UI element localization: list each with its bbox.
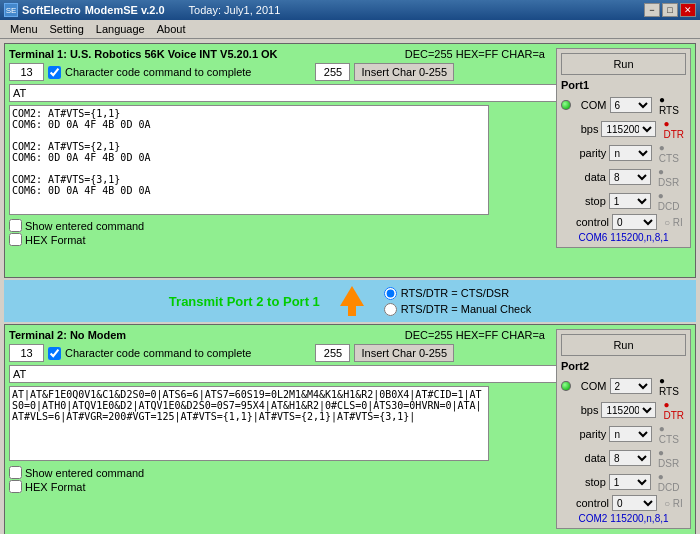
port1-com-label: COM	[574, 99, 607, 111]
terminal2-hex-checkbox[interactable]	[9, 480, 22, 493]
port1-data-select[interactable]: 87	[609, 169, 651, 185]
port2-title: Port2	[561, 360, 686, 372]
port1-ri-label: ○ RI	[664, 217, 683, 228]
maximize-button[interactable]: □	[662, 3, 678, 17]
terminal1-show-cmd-label: Show entered command	[25, 220, 144, 232]
port1-bps-label: bps	[572, 123, 599, 135]
port1-dcd-label: ● DCD	[658, 190, 686, 212]
port1-status: COM6 115200,n,8,1	[561, 232, 686, 243]
terminal1-char-label: Character code command to complete	[65, 66, 251, 78]
terminal2-char-label: Character code command to complete	[65, 347, 251, 359]
port2-dsr-label: ● DSR	[658, 447, 686, 469]
terminal2-output[interactable]	[9, 386, 489, 461]
port2-dtr-label: ● DTR	[663, 399, 686, 421]
close-button[interactable]: ✕	[680, 3, 696, 17]
port2-stop-select[interactable]: 12	[609, 474, 651, 490]
arrow-up-icon	[340, 286, 364, 316]
port2-parity-label: parity	[573, 428, 606, 440]
product-name: ModemSE v.2.0	[85, 4, 165, 16]
port2-control-select[interactable]: 01	[612, 495, 657, 511]
menu-item-about[interactable]: About	[151, 22, 192, 36]
terminal1-show-cmd-checkbox[interactable]	[9, 219, 22, 232]
port1-dsr-label: ● DSR	[658, 166, 686, 188]
terminal2-num-input[interactable]	[9, 344, 44, 362]
port2-data-label: data	[573, 452, 606, 464]
terminal1-char-val[interactable]	[315, 63, 350, 81]
terminal1-dec-hex: DEC=255 HEX=FF CHAR=a	[405, 48, 545, 60]
port1-com-select[interactable]: 6123	[610, 97, 653, 113]
port2-panel: Run Port2 COM 2136 ● RTS bps 1152009600	[556, 329, 691, 529]
terminal2-char-checkbox[interactable]	[48, 347, 61, 360]
menu-item-menu[interactable]: Menu	[4, 22, 44, 36]
date-display: Today: July1, 2011	[189, 4, 281, 16]
terminal2-dec-hex: DEC=255 HEX=FF CHAR=a	[405, 329, 545, 341]
port1-control-label: control	[574, 216, 609, 228]
port1-parity-label: parity	[573, 147, 606, 159]
terminal1-hex-label: HEX Format	[25, 234, 86, 246]
port1-panel: Run Port1 COM 6123 ● RTS bps 11520096001…	[556, 48, 691, 248]
radio-cts-dsr[interactable]	[384, 287, 397, 300]
terminal2-char-val[interactable]	[315, 344, 350, 362]
terminal1-panel: Terminal 1: U.S. Robotics 56K Voice INT …	[4, 43, 696, 278]
port1-com-led	[561, 100, 571, 110]
port2-bps-select[interactable]: 1152009600	[601, 402, 656, 418]
port1-parity-select[interactable]: neo	[609, 145, 651, 161]
port2-ri-label: ○ RI	[664, 498, 683, 509]
port1-data-label: data	[573, 171, 606, 183]
port2-bps-label: bps	[572, 404, 599, 416]
terminal1-hex-checkbox[interactable]	[9, 233, 22, 246]
terminal2-insert-button[interactable]: Insert Char 0-255	[354, 344, 454, 362]
radio-cts-dsr-label: RTS/DTR = CTS/DSR	[401, 287, 509, 299]
port2-status: COM2 115200,n,8,1	[561, 513, 686, 524]
terminal1-output[interactable]	[9, 105, 489, 215]
port1-stop-label: stop	[573, 195, 606, 207]
port2-cts-label: ● CTS	[659, 423, 686, 445]
port2-rts-label: ● RTS	[659, 375, 686, 397]
menu-item-setting[interactable]: Setting	[44, 22, 90, 36]
transmit-label: Transmit Port 2 to Port 1	[169, 294, 320, 309]
terminal1-num-input[interactable]	[9, 63, 44, 81]
app-name: SoftElectro	[22, 4, 81, 16]
port2-com-led	[561, 381, 571, 391]
title-bar: SE SoftElectro ModemSE v.2.0 Today: July…	[0, 0, 700, 20]
port2-com-select[interactable]: 2136	[610, 378, 653, 394]
terminal1-run-button[interactable]: Run	[561, 53, 686, 75]
port1-cts-label: ● CTS	[659, 142, 686, 164]
terminal2-panel: Terminal 2: No Modem DEC=255 HEX=FF CHAR…	[4, 324, 696, 534]
terminal2-show-cmd-label: Show entered command	[25, 467, 144, 479]
menu-bar: Menu Setting Language About	[0, 20, 700, 39]
port2-control-label: control	[574, 497, 609, 509]
port1-control-select[interactable]: 01	[612, 214, 657, 230]
port2-stop-label: stop	[573, 476, 606, 488]
middle-section: Transmit Port 2 to Port 1 RTS/DTR = CTS/…	[4, 280, 696, 322]
terminal1-char-checkbox[interactable]	[48, 66, 61, 79]
port1-bps-select[interactable]: 115200960019200	[601, 121, 656, 137]
port2-dcd-label: ● DCD	[658, 471, 686, 493]
terminal2-hex-label: HEX Format	[25, 481, 86, 493]
terminal2-show-cmd-checkbox[interactable]	[9, 466, 22, 479]
port1-rts-label: ● RTS	[659, 94, 686, 116]
terminal1-insert-button[interactable]: Insert Char 0-255	[354, 63, 454, 81]
port2-com-label: COM	[574, 380, 607, 392]
radio-group: RTS/DTR = CTS/DSR RTS/DTR = Manual Check	[384, 287, 531, 316]
terminal2-run-button[interactable]: Run	[561, 334, 686, 356]
minimize-button[interactable]: −	[644, 3, 660, 17]
app-icon: SE	[4, 3, 18, 17]
radio-manual-label: RTS/DTR = Manual Check	[401, 303, 531, 315]
radio-manual-check[interactable]	[384, 303, 397, 316]
main-content: Terminal 1: U.S. Robotics 56K Voice INT …	[0, 39, 700, 534]
port1-stop-select[interactable]: 12	[609, 193, 651, 209]
port1-dtr-label: ● DTR	[663, 118, 686, 140]
port2-data-select[interactable]: 87	[609, 450, 651, 466]
port2-parity-select[interactable]: ne	[609, 426, 651, 442]
menu-item-language[interactable]: Language	[90, 22, 151, 36]
port1-title: Port1	[561, 79, 686, 91]
